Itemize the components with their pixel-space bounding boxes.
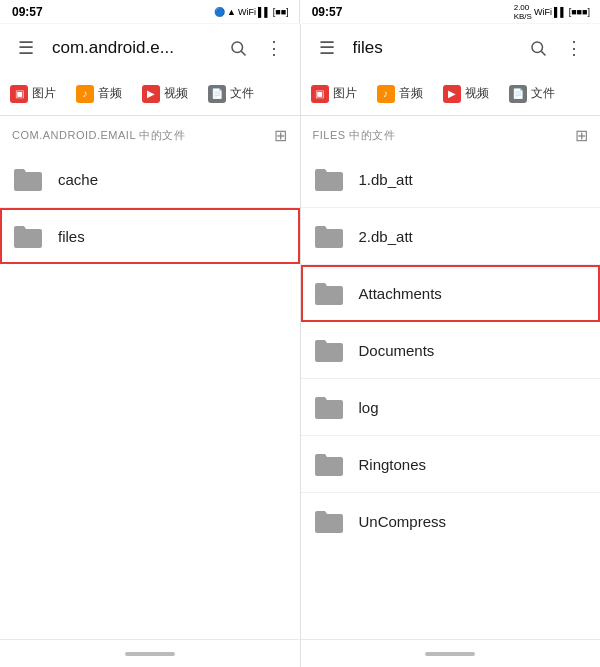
right-bottom-indicator	[425, 652, 475, 656]
left-menu-icon[interactable]: ☰	[8, 30, 44, 66]
left-more-icon[interactable]: ⋮	[256, 30, 292, 66]
folder-icon-attachments	[313, 279, 345, 307]
svg-line-3	[541, 51, 545, 55]
folder-icon-ringtones	[313, 450, 345, 478]
right-file-item-log[interactable]: log	[301, 379, 601, 436]
right-tab-images-icon: ▣	[311, 85, 329, 103]
battery-icon: [■■]	[273, 7, 289, 17]
folder-icon-1dbatt	[313, 165, 345, 193]
right-tab-video-icon: ▶	[443, 85, 461, 103]
folder-icon-2dbatt	[313, 222, 345, 250]
left-tab-bar: ▣ 图片 ♪ 音频 ▶ 视频 📄 文件	[0, 72, 300, 116]
left-tab-images-icon: ▣	[10, 85, 28, 103]
signal-bars-icon: ▌▌	[258, 7, 271, 17]
left-tab-video-label: 视频	[164, 85, 188, 102]
right-file-name-uncompress: UnCompress	[359, 513, 447, 530]
left-tab-video[interactable]: ▶ 视频	[132, 72, 198, 115]
left-tab-video-icon: ▶	[142, 85, 160, 103]
right-tab-audio-icon: ♪	[377, 85, 395, 103]
right-toolbar-title: files	[353, 38, 521, 58]
battery-right: [■■■]	[569, 7, 590, 17]
right-file-name-documents: Documents	[359, 342, 435, 359]
right-section-header: FILES 中的文件 ⊞	[301, 116, 601, 151]
left-tab-audio[interactable]: ♪ 音频	[66, 72, 132, 115]
left-section-header: COM.ANDROID.EMAIL 中的文件 ⊞	[0, 116, 300, 151]
left-file-item-cache[interactable]: cache	[0, 151, 300, 208]
right-tab-images[interactable]: ▣ 图片	[301, 72, 367, 115]
left-bottom-indicator	[125, 652, 175, 656]
right-more-icon[interactable]: ⋮	[556, 30, 592, 66]
left-tab-files-label: 文件	[230, 85, 254, 102]
folder-icon-uncompress	[313, 507, 345, 535]
right-menu-icon[interactable]: ☰	[309, 30, 345, 66]
left-section-title: COM.ANDROID.EMAIL 中的文件	[12, 128, 185, 143]
signal-icon: ▲	[227, 7, 236, 17]
bluetooth-icon: 🔵	[214, 7, 225, 17]
left-tab-files[interactable]: 📄 文件	[198, 72, 264, 115]
left-search-icon[interactable]	[220, 30, 256, 66]
right-tab-video-label: 视频	[465, 85, 489, 102]
right-file-name-attachments: Attachments	[359, 285, 442, 302]
right-file-item-attachments[interactable]: Attachments	[301, 265, 601, 322]
right-file-name-2dbatt: 2.db_att	[359, 228, 413, 245]
left-file-name-cache: cache	[58, 171, 98, 188]
left-grid-toggle[interactable]: ⊞	[274, 126, 288, 145]
left-toolbar: ☰ com.android.e... ⋮	[0, 24, 300, 72]
right-tab-video[interactable]: ▶ 视频	[433, 72, 499, 115]
left-tab-audio-icon: ♪	[76, 85, 94, 103]
folder-icon-documents	[313, 336, 345, 364]
wifi-icon-right: WiFi	[534, 7, 552, 17]
right-tab-audio[interactable]: ♪ 音频	[367, 72, 433, 115]
right-toolbar: ☰ files ⋮	[301, 24, 601, 72]
right-file-item-documents[interactable]: Documents	[301, 322, 601, 379]
left-panel: ☰ com.android.e... ⋮ ▣ 图片 ♪ 音频 ▶	[0, 24, 301, 639]
right-search-icon[interactable]	[520, 30, 556, 66]
right-file-name-log: log	[359, 399, 379, 416]
left-file-name-files: files	[58, 228, 85, 245]
status-time-right: 09:57	[300, 0, 514, 23]
right-tab-images-label: 图片	[333, 85, 357, 102]
right-tab-files[interactable]: 📄 文件	[499, 72, 565, 115]
svg-point-2	[532, 42, 543, 53]
right-section-title: FILES 中的文件	[313, 128, 396, 143]
right-file-item-1dbatt[interactable]: 1.db_att	[301, 151, 601, 208]
left-toolbar-title: com.android.e...	[52, 38, 220, 58]
right-tab-bar: ▣ 图片 ♪ 音频 ▶ 视频 📄 文件	[301, 72, 601, 116]
right-file-name-1dbatt: 1.db_att	[359, 171, 413, 188]
left-tab-images-label: 图片	[32, 85, 56, 102]
right-panel: ☰ files ⋮ ▣ 图片 ♪ 音频 ▶ 视频	[301, 24, 601, 639]
signal-right: ▌▌	[554, 7, 567, 17]
right-grid-toggle[interactable]: ⊞	[575, 126, 589, 145]
left-tab-audio-label: 音频	[98, 85, 122, 102]
left-tab-images[interactable]: ▣ 图片	[0, 72, 66, 115]
folder-icon-files	[12, 222, 44, 250]
folder-icon-cache	[12, 165, 44, 193]
status-time-left: 09:57	[0, 0, 214, 23]
right-file-item-uncompress[interactable]: UnCompress	[301, 493, 601, 549]
left-file-item-files[interactable]: files	[0, 208, 300, 264]
svg-point-0	[232, 42, 243, 53]
right-tab-files-icon: 📄	[509, 85, 527, 103]
right-file-list: 1.db_att 2.db_att	[301, 151, 601, 639]
wifi-icon: WiFi	[238, 7, 256, 17]
right-file-item-ringtones[interactable]: Ringtones	[301, 436, 601, 493]
folder-icon-log	[313, 393, 345, 421]
left-file-list: cache files	[0, 151, 300, 639]
left-tab-files-icon: 📄	[208, 85, 226, 103]
right-file-name-ringtones: Ringtones	[359, 456, 427, 473]
data-icon-right: 2.00KB/S	[514, 3, 532, 21]
right-tab-audio-label: 音频	[399, 85, 423, 102]
svg-line-1	[241, 51, 245, 55]
right-file-item-2dbatt[interactable]: 2.db_att	[301, 208, 601, 265]
right-tab-files-label: 文件	[531, 85, 555, 102]
